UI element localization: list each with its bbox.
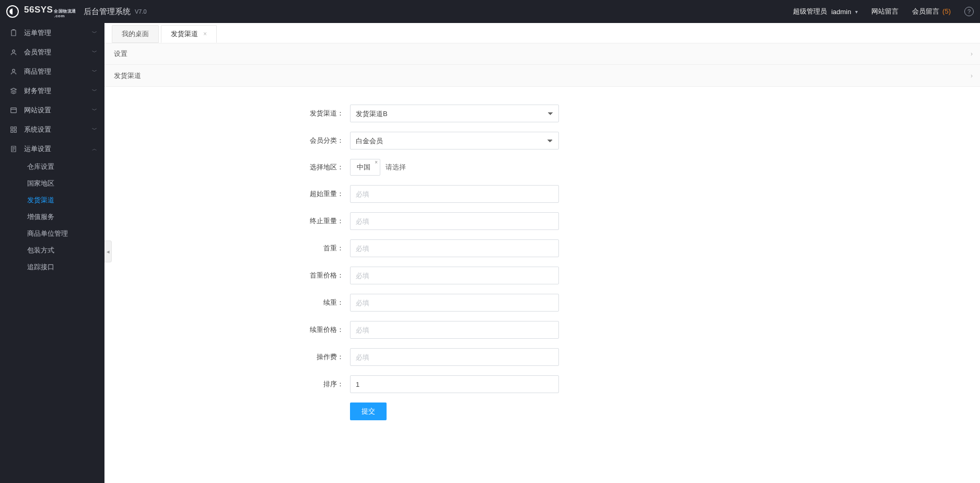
row-submit: 提交: [104, 402, 980, 420]
label-first-price: 首重价格：: [104, 271, 350, 280]
region-tag[interactable]: 中国 ×: [350, 159, 380, 176]
app-title: 后台管理系统: [84, 7, 131, 17]
user-menu[interactable]: 超级管理员 iadmin ▾: [793, 7, 858, 16]
tab-label: 发货渠道: [171, 29, 198, 39]
sidebar-item-member-mgmt[interactable]: 会员管理 ﹀: [0, 42, 104, 62]
sidebar-item-system-settings[interactable]: 系统设置 ﹀: [0, 120, 104, 139]
brand-logo-icon: [6, 5, 19, 18]
row-region: 选择地区： 中国 × 请选择: [104, 159, 980, 176]
label-end-weight: 终止重量：: [104, 216, 350, 226]
close-icon[interactable]: ×: [375, 159, 378, 165]
row-shipping-channel: 发货渠道： 发货渠道B: [104, 105, 980, 122]
layers-icon: [9, 87, 18, 95]
member-message-label: 会员留言: [912, 7, 939, 15]
svg-rect-5: [14, 126, 16, 129]
topbar-right: 超级管理员 iadmin ▾ 网站留言 会员留言 (5) ?: [793, 7, 974, 16]
label-cont-price: 续重价格：: [104, 325, 350, 335]
section-label: 设置: [114, 49, 127, 59]
section-label: 发货渠道: [114, 71, 141, 80]
brand[interactable]: 56SYS 全国物流通.com: [6, 5, 76, 18]
label-start-weight: 超始重量：: [104, 189, 350, 199]
grid-icon: [9, 125, 18, 134]
label-region: 选择地区：: [104, 163, 350, 172]
sidebar-sub-shipping-channel[interactable]: 发货渠道: [0, 192, 104, 209]
sidebar-item-site-settings[interactable]: 网站设置 ﹀: [0, 100, 104, 120]
sidebar-item-product-mgmt[interactable]: 商品管理 ﹀: [0, 62, 104, 81]
sidebar-item-order-settings[interactable]: 运单设置 ︿: [0, 139, 104, 158]
member-message-link[interactable]: 会员留言 (5): [912, 7, 951, 16]
chevron-down-icon: ﹀: [92, 87, 97, 95]
label-member-type: 会员分类：: [104, 136, 350, 145]
sidebar-item-label: 财务管理: [24, 86, 51, 96]
row-order: 排序：: [104, 375, 980, 393]
cont-weight-input[interactable]: [350, 294, 559, 312]
sidebar-sub-vas[interactable]: 增值服务: [0, 209, 104, 225]
member-type-select[interactable]: 白金会员: [350, 132, 559, 150]
chevron-down-icon: ﹀: [92, 68, 97, 75]
sidebar-item-label: 运单设置: [24, 144, 51, 154]
tabbar: 我的桌面 发货渠道 ×: [104, 23, 980, 43]
member-message-count: (5): [942, 7, 951, 15]
close-icon[interactable]: ×: [203, 30, 207, 38]
topbar: 56SYS 全国物流通.com 后台管理系统 V7.0 超级管理员 iadmin…: [0, 0, 980, 23]
sidebar-sub-packaging[interactable]: 包装方式: [0, 242, 104, 259]
tab-shipping-channel[interactable]: 发货渠道 ×: [161, 25, 217, 43]
chevron-down-icon: ﹀: [92, 126, 97, 133]
label-order: 排序：: [104, 380, 350, 389]
sidebar-sub-country-region[interactable]: 国家地区: [0, 175, 104, 192]
label-cont-weight: 续重：: [104, 298, 350, 307]
cont-price-input[interactable]: [350, 321, 559, 339]
sidebar-item-label: 商品管理: [24, 67, 51, 76]
svg-rect-6: [11, 130, 13, 132]
form: 发货渠道： 发货渠道B 会员分类： 白金会员 选择地区： 中国 ×: [104, 87, 980, 445]
svg-rect-7: [14, 130, 16, 132]
row-start-weight: 超始重量：: [104, 185, 980, 203]
user-name: iadmin: [831, 8, 851, 16]
chevron-right-icon: ›: [971, 72, 973, 79]
row-member-type: 会员分类： 白金会员: [104, 132, 980, 150]
user-icon: [9, 67, 18, 76]
row-first-price: 首重价格：: [104, 267, 980, 284]
sidebar-sub-warehouse[interactable]: 仓库设置: [0, 158, 104, 175]
tab-desktop[interactable]: 我的桌面: [112, 25, 159, 43]
sidebar-collapse-handle[interactable]: ◂: [104, 240, 112, 262]
section-bar-settings[interactable]: 设置 ›: [104, 43, 980, 65]
svg-rect-3: [11, 108, 17, 112]
handling-fee-input[interactable]: [350, 348, 559, 366]
sidebar-sub-tracking-api[interactable]: 追踪接口: [0, 259, 104, 275]
app-version: V7.0: [135, 8, 147, 15]
chevron-down-icon: ﹀: [92, 107, 97, 114]
sidebar-item-label: 会员管理: [24, 48, 51, 57]
start-weight-input[interactable]: [350, 185, 559, 203]
chevron-down-icon: ▾: [855, 9, 858, 15]
label-first-weight: 首重：: [104, 244, 350, 253]
chevron-up-icon: ︿: [92, 145, 97, 153]
first-price-input[interactable]: [350, 267, 559, 284]
sidebar-item-finance-mgmt[interactable]: 财务管理 ﹀: [0, 81, 104, 100]
section-bar-shipping-channel[interactable]: 发货渠道 ›: [104, 65, 980, 87]
sidebar-item-order-mgmt[interactable]: 运单管理 ﹀: [0, 23, 104, 42]
layout-icon: [9, 106, 18, 114]
svg-point-1: [13, 50, 15, 52]
sidebar-sub-unit-mgmt[interactable]: 商品单位管理: [0, 225, 104, 242]
site-message-link[interactable]: 网站留言: [871, 7, 899, 16]
tab-label: 我的桌面: [122, 29, 149, 39]
region-tag-label: 中国: [357, 163, 370, 171]
end-weight-input[interactable]: [350, 212, 559, 230]
chevron-down-icon: ﹀: [92, 49, 97, 56]
region-hint[interactable]: 请选择: [386, 163, 406, 172]
label-shipping-channel: 发货渠道：: [104, 109, 350, 118]
brand-sub: 全国物流通.com: [54, 9, 76, 18]
first-weight-input[interactable]: [350, 239, 559, 257]
user-icon: [9, 48, 18, 56]
chevron-left-icon: ◂: [107, 248, 110, 255]
clipboard-icon: [9, 29, 18, 37]
order-input[interactable]: [350, 375, 559, 393]
help-icon[interactable]: ?: [964, 7, 974, 16]
row-handling-fee: 操作费：: [104, 348, 980, 366]
svg-rect-0: [11, 30, 16, 36]
submit-button[interactable]: 提交: [350, 402, 387, 420]
shipping-channel-select[interactable]: 发货渠道B: [350, 105, 559, 122]
chevron-right-icon: ›: [971, 50, 973, 58]
label-handling-fee: 操作费：: [104, 352, 350, 362]
